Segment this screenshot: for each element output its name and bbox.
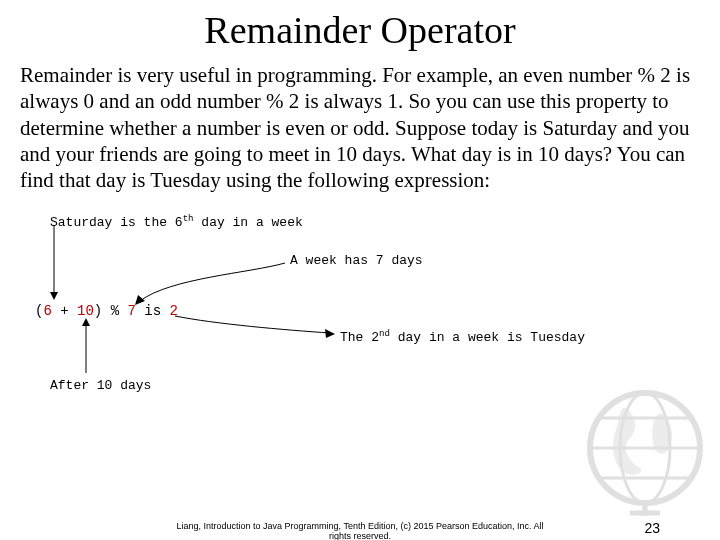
note-tuesday-pre: The 2	[340, 331, 379, 346]
svg-marker-5	[82, 318, 90, 326]
arrow-after10-to-ten	[80, 318, 92, 373]
svg-marker-3	[325, 329, 335, 338]
note-after10: After 10 days	[50, 378, 151, 393]
slide-title: Remainder Operator	[0, 8, 720, 52]
globe-icon	[575, 378, 715, 518]
body-paragraph: Remainder is very useful in programming.…	[0, 62, 720, 193]
note-week: A week has 7 days	[290, 253, 423, 268]
expr-six: 6	[43, 303, 51, 319]
note-tuesday: The 2nd day in a week is Tuesday	[340, 328, 585, 345]
arrow-saturday-to-six	[48, 225, 60, 300]
arrow-week-to-seven	[130, 263, 290, 308]
page-number: 23	[644, 520, 660, 536]
expr-plus: +	[52, 303, 77, 319]
note-saturday-after: day in a week	[194, 216, 303, 231]
note-saturday: Saturday is the 6th day in a week	[50, 213, 303, 230]
note-tuesday-sup: nd	[379, 328, 390, 339]
arrow-two-to-tuesday	[175, 316, 335, 336]
expr-ten: 10	[77, 303, 94, 319]
svg-marker-2	[135, 295, 145, 305]
footer-line2: rights reserved.	[329, 531, 391, 540]
expr-close: ) %	[94, 303, 128, 319]
footer: Liang, Introduction to Java Programming,…	[0, 522, 720, 540]
note-saturday-text: Saturday is the 6	[50, 216, 183, 231]
slide: Remainder Operator Remainder is very use…	[0, 8, 720, 540]
note-saturday-sup: th	[183, 213, 194, 224]
svg-marker-1	[50, 292, 58, 300]
note-tuesday-post: day in a week is Tuesday	[390, 331, 585, 346]
footer-line1: Liang, Introduction to Java Programming,…	[176, 521, 543, 531]
diagram: Saturday is the 6th day in a week A week…	[0, 213, 720, 403]
